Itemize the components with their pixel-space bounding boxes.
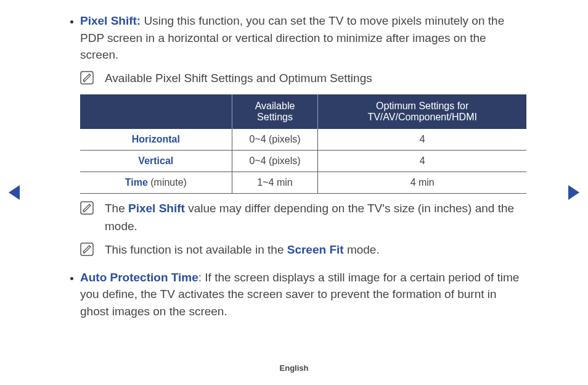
note3-post: mode.: [344, 243, 380, 256]
row-available: 1~4 min: [232, 172, 318, 194]
note-icon: [80, 71, 94, 85]
pixel-shift-text: Pixel Shift: Using this function, you ca…: [80, 12, 526, 64]
table-header-row: Available Settings Optimum Settings for …: [80, 94, 526, 129]
note2-pre: The: [105, 202, 128, 215]
table-body: Horizontal0~4 (pixels)4Vertical0~4 (pixe…: [80, 129, 526, 194]
row-label: Vertical: [80, 151, 232, 172]
table-row: Vertical0~4 (pixels)4: [80, 151, 526, 172]
note-screen-fit: This function is not available in the Sc…: [80, 241, 526, 259]
note-icon: [80, 242, 94, 256]
table-row: Time (minute)1~4 min4 min: [80, 172, 526, 194]
table-header-empty: [80, 94, 232, 129]
page-language-footer: English: [0, 363, 588, 373]
row-label: Time (minute): [80, 172, 232, 194]
prev-page-arrow[interactable]: [9, 185, 20, 200]
row-optimum: 4: [318, 151, 526, 172]
svg-rect-1: [81, 202, 93, 214]
note-screen-fit-text: This function is not available in the Sc…: [105, 241, 380, 259]
manual-page: Pixel Shift: Using this function, you ca…: [0, 0, 588, 385]
row-available: 0~4 (pixels): [232, 129, 318, 151]
pixel-shift-table: Available Settings Optimum Settings for …: [80, 94, 526, 194]
note-settings-title: Available Pixel Shift Settings and Optim…: [80, 70, 526, 88]
note3-pre: This function is not available in the: [105, 243, 287, 256]
note-size-mode-text: The Pixel Shift value may differ dependi…: [105, 200, 526, 235]
note-size-mode: The Pixel Shift value may differ dependi…: [80, 200, 526, 235]
row-available: 0~4 (pixels): [232, 151, 318, 172]
table-row: Horizontal0~4 (pixels)4: [80, 129, 526, 151]
table-header-optimum: Optimum Settings for TV/AV/Component/HDM…: [318, 94, 526, 129]
svg-rect-2: [81, 243, 93, 255]
svg-rect-0: [81, 72, 93, 84]
note-settings-title-text: Available Pixel Shift Settings and Optim…: [105, 70, 372, 88]
pixel-shift-link: Pixel Shift: [128, 202, 185, 215]
row-optimum: 4: [318, 129, 526, 151]
auto-protection-item: Auto Protection Time: If the screen disp…: [80, 269, 526, 320]
note-icon: [80, 201, 94, 215]
screen-fit-link: Screen Fit: [287, 243, 344, 256]
pixel-shift-item: Pixel Shift: Using this function, you ca…: [80, 12, 526, 259]
row-optimum: 4 min: [318, 172, 526, 194]
pixel-shift-term: Pixel Shift:: [80, 14, 141, 27]
auto-protection-text: Auto Protection Time: If the screen disp…: [80, 269, 526, 320]
row-label: Horizontal: [80, 129, 232, 151]
auto-protection-term: Auto Protection Time: [80, 271, 198, 284]
next-page-arrow[interactable]: [568, 185, 579, 200]
table-header-available: Available Settings: [232, 94, 318, 129]
pixel-shift-desc: Using this function, you can set the TV …: [80, 14, 504, 61]
content-list: Pixel Shift: Using this function, you ca…: [62, 12, 526, 320]
